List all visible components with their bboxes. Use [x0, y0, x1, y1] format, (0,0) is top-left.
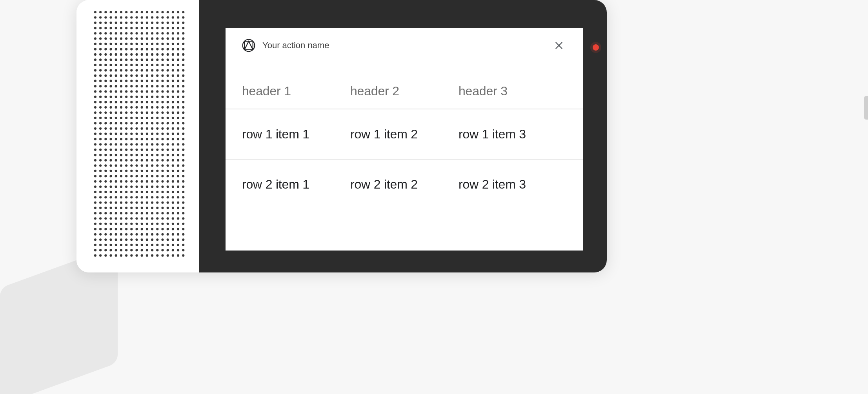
svg-point-771 [172, 233, 174, 236]
svg-point-193 [161, 64, 164, 66]
svg-point-113 [120, 43, 122, 45]
svg-point-654 [125, 202, 127, 204]
svg-point-668 [104, 207, 107, 209]
svg-point-778 [115, 238, 117, 241]
svg-point-475 [130, 149, 133, 151]
svg-point-198 [94, 69, 96, 71]
svg-point-844 [177, 254, 179, 257]
svg-point-93 [109, 37, 112, 40]
svg-point-474 [125, 149, 127, 151]
svg-point-749 [151, 228, 153, 230]
svg-point-525 [109, 164, 112, 167]
svg-point-185 [120, 64, 122, 66]
svg-point-793 [99, 244, 102, 246]
svg-point-554 [167, 170, 169, 172]
svg-point-24 [125, 16, 127, 18]
svg-point-629 [182, 191, 184, 193]
svg-point-255 [109, 85, 112, 87]
svg-point-582 [125, 180, 127, 183]
svg-point-736 [177, 223, 179, 225]
svg-point-763 [130, 233, 133, 236]
svg-point-117 [141, 43, 143, 45]
svg-point-827 [182, 249, 184, 251]
svg-point-502 [177, 154, 179, 156]
svg-point-571 [161, 175, 164, 177]
svg-point-720 [94, 223, 96, 225]
svg-point-454 [115, 143, 117, 145]
svg-point-56 [104, 27, 107, 29]
svg-point-399 [109, 127, 112, 130]
svg-point-44 [135, 22, 138, 24]
svg-point-766 [146, 233, 148, 236]
svg-point-30 [156, 16, 158, 18]
svg-point-232 [177, 74, 179, 77]
svg-point-321 [172, 101, 174, 103]
svg-point-289 [99, 96, 102, 98]
svg-point-789 [172, 238, 174, 241]
svg-point-494 [135, 154, 138, 156]
svg-point-567 [141, 175, 143, 177]
svg-point-787 [161, 238, 164, 241]
svg-point-345 [109, 111, 112, 114]
close-button[interactable] [551, 38, 567, 53]
svg-point-133 [130, 48, 133, 50]
svg-point-215 [182, 69, 184, 71]
svg-point-581 [120, 180, 122, 183]
svg-point-163 [99, 58, 102, 61]
svg-point-770 [167, 233, 169, 236]
svg-point-299 [151, 96, 153, 98]
svg-point-526 [115, 164, 117, 167]
svg-point-731 [151, 223, 153, 225]
svg-point-601 [130, 185, 133, 188]
side-tab-handle[interactable] [864, 96, 868, 120]
svg-point-187 [130, 64, 133, 66]
svg-point-633 [109, 196, 112, 198]
svg-point-208 [146, 69, 148, 71]
svg-point-635 [120, 196, 122, 198]
svg-point-583 [130, 180, 133, 183]
svg-point-309 [109, 101, 112, 103]
svg-point-501 [172, 154, 174, 156]
svg-point-5 [120, 11, 122, 13]
svg-point-466 [177, 143, 179, 145]
svg-point-388 [146, 122, 148, 124]
svg-point-468 [94, 149, 96, 151]
svg-point-160 [177, 53, 179, 56]
svg-point-414 [94, 133, 96, 135]
svg-point-772 [177, 233, 179, 236]
svg-point-211 [161, 69, 164, 71]
svg-point-303 [172, 96, 174, 98]
svg-point-57 [109, 27, 112, 29]
svg-point-591 [172, 180, 174, 183]
svg-point-336 [156, 106, 158, 109]
svg-point-347 [120, 111, 122, 114]
svg-point-393 [172, 122, 174, 124]
card-title: Your action name [262, 40, 544, 51]
svg-point-478 [146, 149, 148, 151]
svg-point-657 [141, 202, 143, 204]
svg-point-49 [161, 22, 164, 24]
svg-point-368 [135, 117, 138, 119]
svg-point-723 [109, 223, 112, 225]
svg-point-491 [120, 154, 122, 156]
svg-point-104 [167, 37, 169, 40]
svg-point-446 [167, 138, 169, 140]
svg-point-196 [177, 64, 179, 66]
svg-point-7 [130, 11, 133, 13]
svg-point-773 [182, 233, 184, 236]
svg-point-176 [167, 58, 169, 61]
svg-point-262 [146, 85, 148, 87]
svg-point-58 [115, 27, 117, 29]
svg-point-337 [161, 106, 164, 109]
svg-point-12 [156, 11, 158, 13]
svg-point-287 [182, 90, 184, 93]
svg-point-419 [120, 133, 122, 135]
svg-point-343 [99, 111, 102, 114]
svg-point-397 [99, 127, 102, 130]
svg-point-73 [99, 32, 102, 34]
svg-point-557 [182, 170, 184, 172]
svg-point-486 [94, 154, 96, 156]
svg-point-105 [172, 37, 174, 40]
table-header-cell: header 3 [459, 84, 567, 98]
svg-point-37 [99, 22, 102, 24]
